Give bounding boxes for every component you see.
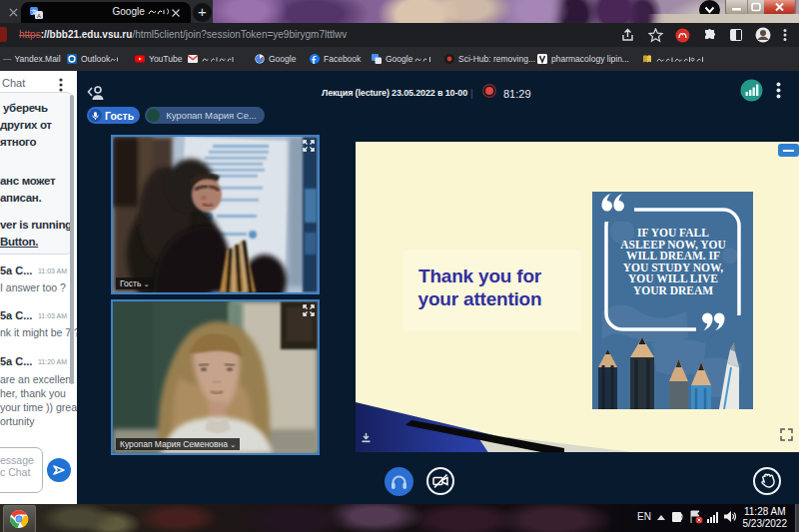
svg-text:YOU WILL LIVE: YOU WILL LIVE: [628, 272, 718, 284]
svg-text:YOU STUDY NOW,: YOU STUDY NOW,: [623, 262, 724, 273]
svg-text:YOUR DREAM: YOUR DREAM: [633, 284, 713, 296]
svg-text:IF YOU FALL: IF YOU FALL: [637, 227, 709, 239]
svg-text:A: A: [37, 13, 41, 19]
svg-text:WILL DREAM. IF: WILL DREAM. IF: [626, 250, 720, 262]
svg-text:ASLEEP NOW, YOU: ASLEEP NOW, YOU: [620, 239, 726, 251]
